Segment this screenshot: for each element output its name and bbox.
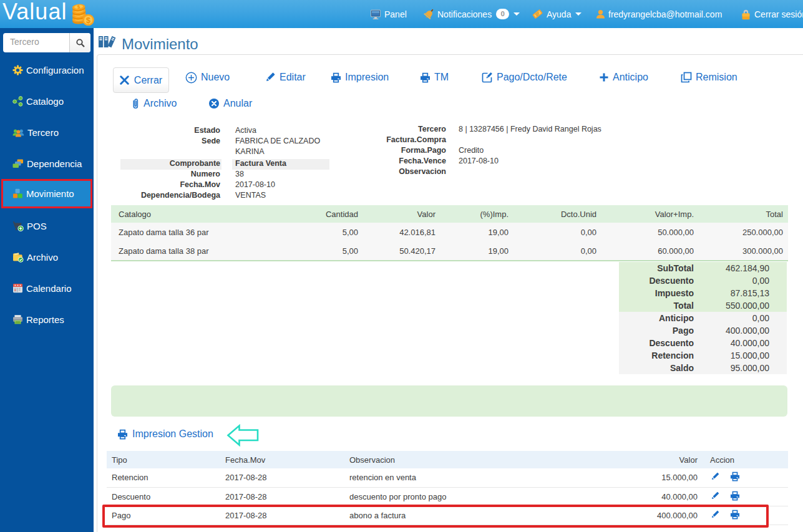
svg-text:$: $ xyxy=(86,16,90,25)
